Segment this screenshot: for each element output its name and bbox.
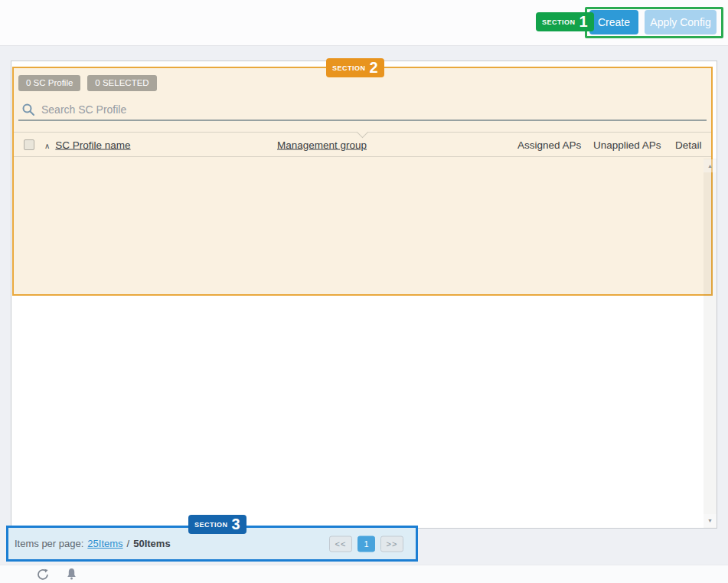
- page-size-separator: /: [127, 538, 130, 549]
- apply-config-button[interactable]: Apply Config: [645, 10, 717, 34]
- footer-bar: [0, 565, 728, 583]
- annotation-number: 2: [370, 60, 378, 76]
- scroll-up-icon[interactable]: ▲: [704, 159, 717, 172]
- selected-count-badge: 0 SELECTED: [87, 75, 156, 91]
- column-assigned-aps: Assigned APs: [517, 139, 581, 150]
- create-button[interactable]: Create: [589, 10, 638, 34]
- status-chips: 0 SC Profile 0 SELECTED: [18, 75, 157, 91]
- column-sc-profile-name[interactable]: ∧SC Profile name: [44, 139, 131, 150]
- annotation-number: 3: [232, 516, 240, 532]
- annotation-badge-section1: SECTION 1: [536, 12, 594, 31]
- annotation-label: SECTION: [194, 521, 228, 529]
- column-label[interactable]: SC Profile name: [55, 139, 130, 150]
- scroll-down-icon[interactable]: ▼: [704, 514, 717, 527]
- select-all-checkbox[interactable]: [24, 139, 34, 150]
- search-icon: [21, 103, 35, 116]
- column-detail: Detail: [675, 139, 702, 150]
- items-per-page-label: Items per page:: [15, 538, 83, 549]
- sort-ascending-icon: ∧: [44, 141, 50, 149]
- annotation-label: SECTION: [332, 64, 366, 72]
- table-header-row: ∧SC Profile name Management group Assign…: [14, 133, 711, 157]
- app-frame: Create Apply Config SECTION 1 0 SC Profi…: [0, 0, 728, 583]
- table-scrollbar[interactable]: ▲ ▼: [704, 159, 717, 528]
- last-page-button[interactable]: >>: [380, 536, 403, 552]
- search-input[interactable]: [35, 103, 707, 116]
- annotation-number: 1: [579, 14, 588, 30]
- column-management-group[interactable]: Management group: [277, 139, 367, 150]
- top-toolbar: Create Apply Config: [0, 0, 728, 46]
- bell-icon[interactable]: [66, 568, 77, 581]
- profile-count-badge: 0 SC Profile: [18, 75, 80, 91]
- annotation-label: SECTION: [542, 18, 576, 26]
- annotation-badge-section2: SECTION 2: [326, 58, 384, 77]
- pager: << 1 >>: [329, 536, 403, 552]
- first-page-button[interactable]: <<: [329, 536, 352, 552]
- refresh-icon[interactable]: [37, 568, 49, 581]
- page-size-50-current: 50Items: [133, 538, 170, 549]
- current-page-button[interactable]: 1: [357, 536, 375, 552]
- annotation-badge-section3: SECTION 3: [188, 515, 246, 534]
- annotation-box-section2: 0 SC Profile 0 SELECTED ∧SC Profile name…: [12, 67, 713, 296]
- search-field: [18, 99, 707, 121]
- column-unapplied-aps: Unapplied APs: [593, 139, 661, 150]
- page-size-25-link[interactable]: 25Items: [87, 538, 122, 549]
- items-per-page: Items per page: 25Items / 50Items: [8, 538, 171, 549]
